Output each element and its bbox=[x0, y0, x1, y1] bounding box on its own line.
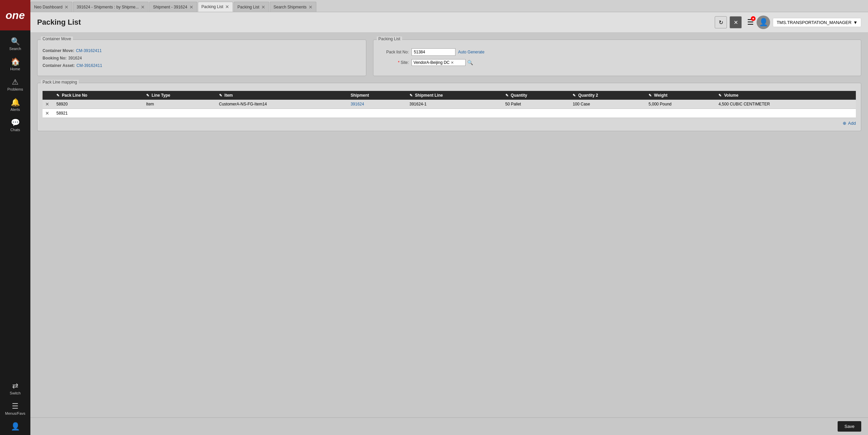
container-asset-field-row: Container Asset: CM-39162411 bbox=[43, 63, 361, 68]
tab-close-search-shipments[interactable]: ✕ bbox=[309, 5, 313, 9]
sidebar: one 🔍 Search 🏠 Home ⚠ Problems 🔔 Alerts … bbox=[0, 0, 30, 435]
col-header-item: ✎ Item bbox=[216, 91, 348, 100]
user-avatar[interactable]: 👤 bbox=[0, 419, 30, 435]
refresh-button[interactable]: ↻ bbox=[715, 16, 727, 28]
site-value: VendorA-Beijing DC bbox=[414, 60, 450, 65]
site-search-icon[interactable]: 🔍 bbox=[467, 60, 473, 65]
sidebar-item-home[interactable]: 🏠 Home bbox=[0, 54, 30, 74]
add-label: Add bbox=[848, 121, 856, 126]
shipment-cell-selected[interactable] bbox=[348, 109, 406, 118]
avatar-image: 👤 bbox=[759, 18, 768, 27]
quantity-cell: 50 Pallet bbox=[503, 100, 570, 109]
add-button[interactable]: ⊕ Add bbox=[843, 121, 856, 126]
weight-cell-selected[interactable] bbox=[646, 109, 716, 118]
item-cell-selected[interactable] bbox=[216, 109, 348, 118]
menu-badge: ★ bbox=[751, 16, 756, 21]
sidebar-item-switch[interactable]: ⇄ Switch bbox=[0, 378, 30, 398]
col-label: Quantity bbox=[511, 93, 527, 98]
close-button[interactable]: ✕ bbox=[730, 16, 742, 28]
pack-list-no-input[interactable] bbox=[412, 48, 455, 56]
tab-neo-dashboard[interactable]: Neo Dashboard ✕ bbox=[30, 2, 72, 12]
tab-packing-list-1[interactable]: Packing List ✕ bbox=[198, 2, 233, 12]
col-label: Line Type bbox=[152, 93, 170, 98]
tab-label: 391624 - Shipments : by Shipme... bbox=[77, 5, 139, 9]
tab-label: Packing List bbox=[202, 4, 223, 9]
menu-button[interactable]: ☰ ★ bbox=[747, 18, 754, 27]
shipment-line-cell-selected[interactable] bbox=[407, 109, 503, 118]
page-footer: Save bbox=[30, 417, 868, 435]
tab-close-neo-dashboard[interactable]: ✕ bbox=[64, 5, 69, 9]
sidebar-label-switch: Switch bbox=[10, 391, 21, 395]
container-asset-label: Container Asset: bbox=[43, 63, 75, 68]
table-row[interactable]: ✕ 58921 bbox=[43, 109, 856, 118]
auto-generate-button[interactable]: Auto Generate bbox=[458, 50, 484, 54]
container-move-value[interactable]: CM-39162411 bbox=[76, 48, 102, 53]
page-title: Packing List bbox=[37, 18, 715, 27]
col-header-line-type: ✎ Line Type bbox=[143, 91, 216, 100]
tab-search-shipments[interactable]: Search Shipments ✕ bbox=[270, 2, 316, 12]
line-type-cell-selected[interactable] bbox=[143, 109, 216, 118]
edit-icon: ✎ bbox=[410, 93, 413, 97]
booking-no-value: 391624 bbox=[68, 56, 82, 61]
volume-cell-selected[interactable] bbox=[716, 109, 856, 118]
sidebar-item-chats[interactable]: 💬 Chats bbox=[0, 115, 30, 135]
col-header-pack-line-no: ✎ Pack Line No bbox=[54, 91, 143, 100]
table-row: ✕ 58920 Item CustomerA-NS-FG-Item14 3916… bbox=[43, 100, 856, 109]
row-delete-button[interactable]: ✕ bbox=[45, 111, 49, 116]
weight-cell: 5,000 Pound bbox=[646, 100, 716, 109]
col-label: Volume bbox=[724, 93, 738, 98]
tab-shipment-391624[interactable]: Shipment - 391624 ✕ bbox=[149, 2, 197, 12]
pack-line-table: ✎ Pack Line No ✎ Line Type ✎ Item bbox=[43, 91, 856, 118]
sidebar-item-problems[interactable]: ⚠ Problems bbox=[0, 74, 30, 95]
tab-packing-list-2[interactable]: Packing List ✕ bbox=[234, 2, 269, 12]
logo-text: one bbox=[6, 9, 25, 22]
row-delete-button[interactable]: ✕ bbox=[45, 101, 49, 107]
user-dropdown[interactable]: TMS.TRANSPORTATION_MANAGER ▼ bbox=[773, 18, 861, 27]
site-label: Site: bbox=[378, 60, 409, 65]
header-actions: ↻ ✕ ☰ ★ 👤 TMS.TRANSPORTATION_MANAGER ▼ bbox=[715, 16, 861, 29]
sidebar-item-menus[interactable]: ☰ Menus/Favs bbox=[0, 398, 30, 419]
tab-label: Packing List bbox=[237, 5, 259, 9]
quantity-cell-selected[interactable] bbox=[503, 109, 570, 118]
site-remove-btn[interactable]: ✕ bbox=[451, 61, 454, 65]
sidebar-label-search: Search bbox=[9, 47, 21, 51]
sidebar-bottom: ⇄ Switch ☰ Menus/Favs 👤 bbox=[0, 378, 30, 435]
col-header-shipment: Shipment bbox=[348, 91, 406, 100]
booking-no-label: Booking No: bbox=[43, 56, 67, 61]
sidebar-label-alerts: Alerts bbox=[10, 107, 20, 112]
shipment-line-cell: 391624-1 bbox=[407, 100, 503, 109]
pack-list-no-label: Pack list No: bbox=[378, 50, 409, 54]
sidebar-item-alerts[interactable]: 🔔 Alerts bbox=[0, 95, 30, 115]
edit-icon: ✎ bbox=[718, 93, 721, 97]
tab-close-shipments[interactable]: ✕ bbox=[141, 5, 145, 9]
sidebar-item-search[interactable]: 🔍 Search bbox=[0, 34, 30, 54]
packing-list-section-label: Packing List bbox=[377, 37, 402, 41]
shipment-link[interactable]: 391624 bbox=[350, 102, 364, 106]
search-icon: 🔍 bbox=[11, 37, 20, 46]
edit-icon: ✎ bbox=[219, 93, 222, 97]
pack-line-mapping-section: Pack Line mapping ✎ Pack Line No ✎ Line … bbox=[37, 83, 861, 131]
app-logo[interactable]: one bbox=[0, 0, 30, 30]
user-name: TMS.TRANSPORTATION_MANAGER bbox=[777, 20, 851, 25]
edit-icon: ✎ bbox=[649, 93, 652, 97]
edit-icon: ✎ bbox=[56, 93, 59, 97]
save-button[interactable]: Save bbox=[838, 421, 861, 432]
col-header-shipment-line: ✎ Shipment Line bbox=[407, 91, 503, 100]
site-field[interactable]: VendorA-Beijing DC ✕ bbox=[412, 59, 466, 66]
booking-no-field-row: Booking No: 391624 bbox=[43, 56, 361, 61]
quantity2-cell-selected[interactable] bbox=[570, 109, 646, 118]
menus-icon: ☰ bbox=[12, 402, 19, 411]
tab-close-shipment[interactable]: ✕ bbox=[189, 5, 193, 9]
tab-shipments-by-shipme[interactable]: 391624 - Shipments : by Shipme... ✕ bbox=[73, 2, 149, 12]
container-asset-value[interactable]: CM-39162411 bbox=[77, 63, 102, 68]
col-header-delete bbox=[43, 91, 54, 100]
tab-close-packing-list-2[interactable]: ✕ bbox=[261, 5, 265, 9]
switch-icon: ⇄ bbox=[12, 382, 18, 390]
container-move-field-row: Container Move: CM-39162411 bbox=[43, 48, 361, 53]
col-header-volume: ✎ Volume bbox=[716, 91, 856, 100]
tab-close-packing-list-1[interactable]: ✕ bbox=[225, 4, 229, 9]
edit-icon: ✎ bbox=[146, 93, 149, 97]
user-avatar-header: 👤 bbox=[757, 16, 770, 29]
edit-icon: ✎ bbox=[573, 93, 576, 97]
sidebar-label-chats: Chats bbox=[10, 128, 20, 132]
